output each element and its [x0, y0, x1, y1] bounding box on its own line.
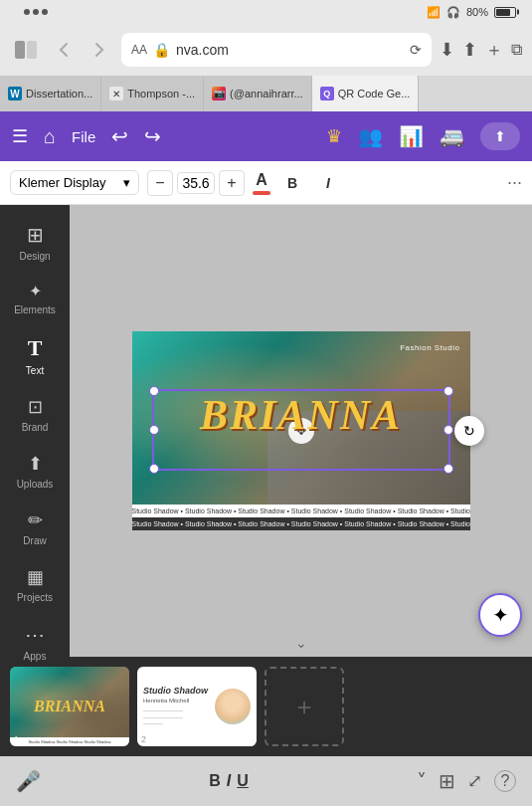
handle-middle-right[interactable] [443, 425, 453, 435]
page-number-1: 1 [14, 734, 19, 744]
menu-button[interactable]: ☰ [12, 125, 28, 147]
uploads-icon: ⬆ [28, 453, 43, 475]
chart-icon[interactable]: 📊 [399, 124, 424, 148]
text-format-controls: B I U [209, 772, 249, 790]
share-button[interactable]: ⬆ [480, 122, 520, 150]
new-tab-button[interactable]: ＋ [485, 38, 503, 62]
handle-top-right[interactable] [443, 386, 453, 396]
wifi-icon: 📶 [427, 6, 441, 19]
back-button[interactable] [50, 36, 78, 64]
design-canvas: Fashion Studio BRIANNA [132, 331, 470, 530]
sidebar-label-elements: Elements [14, 304, 56, 315]
microphone-button[interactable]: 🎤 [16, 769, 41, 793]
page-thumbnail-2[interactable]: Studio Shadow Henrietta Mitchell ———————… [137, 667, 257, 746]
undo-button[interactable]: ↩ [111, 124, 128, 148]
file-button[interactable]: File [72, 128, 95, 145]
italic-button[interactable]: I [314, 169, 342, 197]
sidebar-label-design: Design [19, 251, 50, 262]
expand-arrow[interactable]: ⌄ [295, 635, 307, 651]
page-number-2: 2 [141, 734, 146, 744]
bottom-left-controls: 🎤 [16, 769, 41, 793]
share-button[interactable]: ⬆ [462, 39, 477, 61]
tab-qrcode[interactable]: Q QR Code Ge... [312, 76, 420, 111]
delivery-icon[interactable]: 🚐 [440, 124, 464, 148]
redo-button[interactable]: ↪ [144, 124, 161, 148]
sidebar-label-brand: Brand [22, 422, 49, 433]
canvas-content: Fashion Studio BRIANNA [132, 331, 470, 530]
crown-icon: ♛ [326, 125, 342, 147]
marquee-strips: Studio Shadow • Studio Shadow • Studio S… [132, 504, 470, 530]
handle-bottom-right[interactable] [443, 464, 453, 474]
thumb-page2-title: Studio Shadow [143, 686, 211, 696]
sidebar-item-elements[interactable]: ✦ Elements [5, 274, 65, 323]
home-button[interactable]: ⌂ [44, 125, 56, 148]
sidebar-label-uploads: Uploads [17, 479, 54, 490]
handle-middle-left[interactable] [149, 425, 159, 435]
canvas-area[interactable]: Fashion Studio BRIANNA [70, 205, 532, 657]
sidebar-item-brand[interactable]: ⊡ Brand [5, 388, 65, 441]
increase-size-button[interactable]: + [219, 170, 245, 196]
page-thumbnail-1[interactable]: BRIANNA Studio Shadow Studio Shadow Stud… [10, 667, 129, 746]
text-size-indicator: AA [131, 43, 147, 57]
sidebar-item-uploads[interactable]: ⬆ Uploads [5, 445, 65, 498]
download-button[interactable]: ⬇ [440, 39, 454, 61]
forward-button[interactable] [86, 36, 113, 64]
bold-format-button[interactable]: B [209, 772, 221, 790]
lock-icon: 🔒 [153, 42, 170, 58]
tab-thompson[interactable]: ✕ Thompson -... [101, 76, 204, 111]
rotate-button[interactable]: ↻ [454, 416, 484, 446]
tabs-button[interactable]: ⧉ [511, 41, 522, 59]
browser-actions: ⬇ ⬆ ＋ ⧉ [440, 38, 522, 62]
sidebar-toggle-button[interactable] [10, 34, 42, 66]
sidebar-item-apps[interactable]: ⋯ Apps [5, 615, 65, 670]
status-indicators: 📶 🎧 80% [427, 6, 516, 19]
url-bar[interactable]: AA 🔒 nva.com ⟳ [121, 33, 432, 67]
font-family-selector[interactable]: Klemer Display ▾ [10, 170, 139, 195]
people-icon[interactable]: 👥 [358, 124, 383, 148]
strip-1: Studio Shadow • Studio Shadow • Studio S… [132, 504, 470, 517]
font-size-value: 35.6 [177, 172, 215, 194]
main-area: ⊞ Design ✦ Elements T Text ⊡ Brand ⬆ Upl… [0, 205, 532, 657]
handle-bottom-left[interactable] [149, 464, 159, 474]
tab-instagram[interactable]: 📷 (@annaihrarr... [204, 76, 312, 111]
bold-button[interactable]: B [278, 169, 306, 197]
url-text: nva.com [176, 42, 229, 58]
tab-instagram-label: (@annaihrarr... [230, 88, 303, 100]
status-bar: 📶 🎧 80% [0, 0, 532, 24]
magic-button[interactable]: ✦ [478, 593, 522, 637]
sidebar-label-projects: Projects [17, 592, 53, 603]
pages-bar: BRIANNA Studio Shadow Studio Shadow Stud… [0, 657, 532, 756]
sidebar-item-draw[interactable]: ✏ Draw [5, 502, 65, 554]
grid-view-button[interactable]: ⊞ [439, 769, 455, 793]
strip-2: Studio Shadow • Studio Shadow • Studio S… [132, 517, 470, 530]
expand-button[interactable]: ⤢ [467, 770, 482, 792]
reload-icon[interactable]: ⟳ [410, 42, 422, 58]
sidebar-item-projects[interactable]: ▦ Projects [5, 558, 65, 611]
sidebar-item-design[interactable]: ⊞ Design [5, 215, 65, 270]
chevron-down-button[interactable]: ˅ [417, 769, 427, 793]
tab-wordpress[interactable]: W Dissertation... [0, 76, 101, 111]
battery-icon [494, 7, 516, 18]
handle-top-left[interactable] [149, 386, 159, 396]
tab-wordpress-label: Dissertation... [26, 88, 92, 100]
status-time [16, 9, 56, 15]
italic-format-button[interactable]: I [227, 772, 231, 790]
left-sidebar: ⊞ Design ✦ Elements T Text ⊡ Brand ⬆ Upl… [0, 205, 70, 657]
fashion-studio-label: Fashion Studio [400, 343, 459, 352]
sidebar-label-apps: Apps [24, 651, 47, 662]
decrease-size-button[interactable]: − [147, 170, 173, 196]
add-page-button[interactable]: ＋ [265, 667, 344, 746]
thumb-strips: Studio Shadow Studio Shadow Studio Shado… [10, 737, 129, 746]
tab-thompson-label: Thompson -... [127, 88, 195, 100]
sidebar-item-text[interactable]: T Text [5, 327, 65, 384]
format-toolbar: Klemer Display ▾ − 35.6 + A B I ··· [0, 161, 532, 205]
text-color-button[interactable]: A [253, 171, 270, 195]
bottom-toolbar: 🎤 B I U ˅ ⊞ ⤢ ? [0, 756, 532, 806]
underline-format-button[interactable]: U [237, 772, 249, 790]
help-button[interactable]: ? [494, 770, 516, 792]
more-options-button[interactable]: ··· [507, 172, 522, 193]
brianna-text[interactable]: BRIANNA [200, 391, 402, 439]
text-color-A: A [256, 171, 267, 189]
thumb-page2-subtitle: Henrietta Mitchell [143, 698, 211, 704]
sidebar-label-draw: Draw [23, 535, 46, 546]
